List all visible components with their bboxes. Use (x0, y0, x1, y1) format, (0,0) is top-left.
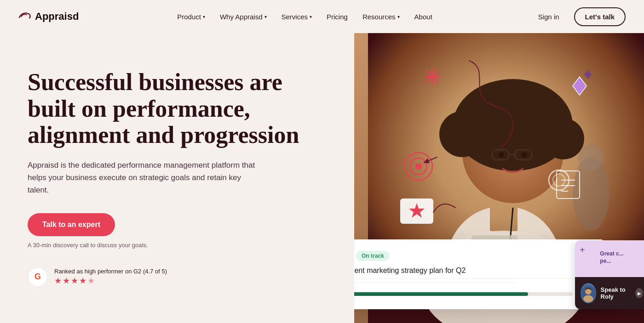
video-plus-icon: + (580, 245, 585, 255)
svg-point-10 (522, 152, 527, 158)
logo-text: Appraisd (35, 11, 79, 23)
nav-links: Product ▾ Why Appraisd ▾ Services ▾ Pric… (171, 9, 439, 24)
logo[interactable]: Appraisd (18, 10, 79, 23)
video-partial-text: Great c...pe... (596, 247, 627, 268)
video-bottom: Speak to Roly ▶ (575, 277, 644, 309)
svg-point-5 (543, 118, 584, 159)
video-speak-label: Speak to Roly (601, 286, 631, 300)
right-side: 10% On track Implement marketing strateg… (354, 33, 644, 323)
nav-services[interactable]: Services ▾ (275, 9, 319, 24)
progress-bar-fill (354, 292, 528, 296)
card-on-track-badge: On track (356, 251, 390, 261)
logo-icon (18, 10, 31, 23)
nav-about[interactable]: About (408, 9, 439, 24)
g2-info: Ranked as high performer on G2 (4.7 of 5… (54, 268, 167, 286)
nav-why-appraisd[interactable]: Why Appraisd ▾ (213, 9, 273, 24)
card-divider-2 (354, 283, 515, 283)
svg-point-37 (583, 295, 593, 302)
talk-to-expert-button[interactable]: Talk to an expert (28, 213, 115, 236)
cta-subtitle: A 30-min discovery call to discuss your … (28, 242, 327, 249)
svg-point-8 (495, 87, 530, 122)
card-footer: 80% 2 💬 (354, 289, 594, 298)
chevron-down-icon: ▾ (310, 14, 312, 19)
card-title: Implement marketing strategy plan for Q2 (354, 266, 594, 275)
chevron-down-icon: ▾ (264, 14, 267, 19)
nav-pricing[interactable]: Pricing (320, 9, 354, 24)
nav-product[interactable]: Product ▾ (171, 9, 212, 24)
main-container: Successful businesses are built on perfo… (0, 33, 644, 323)
video-widget[interactable]: + Great c...pe... Speak to Roly ▶ (575, 240, 644, 309)
left-content: Successful businesses are built on perfo… (0, 33, 354, 323)
card-divider-1 (354, 278, 594, 279)
chevron-down-icon: ▾ (397, 14, 400, 19)
hero-headline: Successful businesses are built on perfo… (28, 69, 327, 148)
nav-actions: Sign in Let's talk (531, 7, 626, 26)
g2-label: Ranked as high performer on G2 (4.7 of 5… (54, 268, 167, 275)
nav-resources[interactable]: Resources ▾ (356, 9, 406, 24)
play-button[interactable]: ▶ (635, 288, 643, 298)
chevron-down-icon: ▾ (203, 14, 205, 19)
g2-stars: ★★★★★ (54, 276, 167, 286)
svg-point-17 (578, 144, 604, 170)
navbar: Appraisd Product ▾ Why Appraisd ▾ Servic… (0, 0, 644, 33)
svg-point-9 (499, 152, 504, 158)
progress-bar-bg (354, 292, 573, 296)
hero-subtitle: Appraisd is the dedicated performance ma… (28, 159, 258, 197)
video-top: + Great c...pe... (575, 240, 644, 277)
lets-talk-button[interactable]: Let's talk (574, 7, 626, 26)
card-header: 10% On track (354, 250, 594, 261)
g2-badge: G Ranked as high performer on G2 (4.7 of… (28, 267, 327, 287)
sign-in-button[interactable]: Sign in (531, 9, 567, 24)
g2-logo: G (28, 267, 48, 287)
performance-card: 10% On track Implement marketing strateg… (354, 239, 607, 309)
video-avatar (581, 283, 596, 303)
